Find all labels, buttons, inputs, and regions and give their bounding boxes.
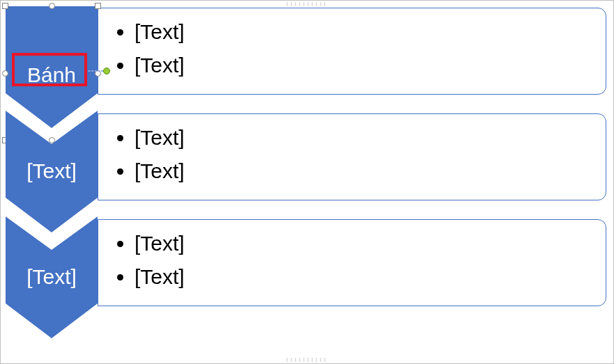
content-box-2[interactable]: [Text] [Text]	[98, 113, 606, 200]
svg-marker-0	[6, 6, 98, 128]
ruler-top	[286, 2, 328, 6]
chevron-2[interactable]: [Text]	[6, 111, 98, 232]
chevron-down-icon	[6, 216, 98, 338]
bullet[interactable]: [Text]	[135, 260, 592, 294]
rotation-handle[interactable]	[103, 68, 110, 74]
bullet[interactable]: [Text]	[135, 121, 592, 155]
bullet[interactable]: [Text]	[135, 49, 592, 82]
bullet[interactable]: [Text]	[135, 15, 592, 49]
selection-handle[interactable]	[49, 3, 55, 9]
content-box-1[interactable]: [Text] [Text]	[98, 8, 606, 95]
selection-handle[interactable]	[95, 3, 101, 9]
content-box-3[interactable]: [Text] [Text]	[98, 219, 606, 306]
selection-handle[interactable]	[2, 70, 8, 77]
bullet[interactable]: [Text]	[135, 227, 592, 260]
selection-handle[interactable]	[2, 3, 8, 9]
svg-marker-1	[6, 111, 98, 232]
ruler-bottom	[286, 358, 328, 362]
chevron-1[interactable]: Bánh	[6, 6, 98, 128]
svg-marker-2	[6, 216, 98, 338]
smartart-canvas[interactable]: [Text] [Text] Bánh [Text] [Text] [Text]	[0, 0, 614, 364]
bullet[interactable]: [Text]	[135, 155, 592, 188]
chevron-3[interactable]: [Text]	[6, 216, 98, 338]
chevron-down-icon	[6, 111, 98, 232]
rotation-connector	[85, 70, 103, 72]
chevron-down-icon	[6, 6, 98, 128]
